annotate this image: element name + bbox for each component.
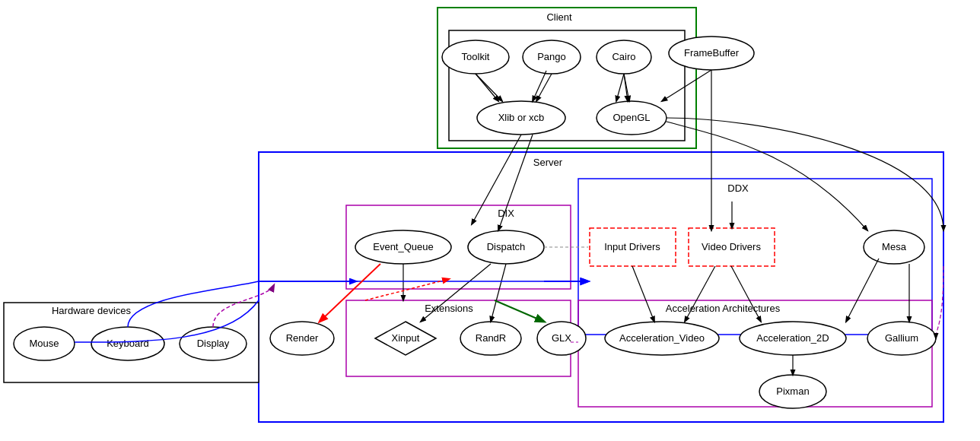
architecture-diagram: Client FrameBuffer Toolkit Pango Cairo X… [0, 0, 980, 441]
svg-line-21 [495, 300, 544, 322]
randr-label: RandR [476, 332, 506, 344]
accel-2d-label: Acceleration_2D [756, 332, 829, 344]
xlib-label: Xlib or xcb [498, 112, 545, 123]
opengl-label: OpenGL [612, 112, 650, 123]
svg-line-11 [491, 264, 506, 322]
input-drivers-label: Input Drivers [604, 241, 660, 252]
server-box [259, 152, 943, 422]
display-label: Display [197, 338, 230, 349]
svg-line-4 [476, 74, 502, 101]
glx-label: GLX [552, 332, 571, 344]
cairo-label: Cairo [612, 51, 635, 62]
hw-label: Hardware devices [52, 305, 132, 316]
video-drivers-label: Video Drivers [702, 241, 761, 252]
server-label: Server [533, 157, 563, 168]
svg-line-18 [846, 259, 879, 322]
ddx-label: DDX [727, 182, 749, 194]
pango-label: Pango [537, 51, 566, 62]
accel-video-label: Acceleration_Video [619, 332, 705, 344]
svg-line-26 [632, 266, 654, 322]
framebuffer-label: FrameBuffer [684, 47, 740, 59]
toolkit-label: Toolkit [462, 51, 490, 62]
accel-label: Acceleration Architectures [666, 303, 781, 314]
render-label: Render [286, 332, 319, 344]
client-label: Client [546, 11, 572, 23]
mouse-label: Mouse [29, 338, 59, 349]
xinput-label: Xinput [392, 332, 420, 344]
svg-line-24 [320, 264, 380, 322]
pixman-label: Pixman [776, 385, 809, 397]
event-queue-label: Event_Queue [373, 241, 434, 252]
dispatch-label: Dispatch [487, 241, 526, 252]
keyboard-label: Keyboard [107, 338, 149, 349]
gallium-label: Gallium [885, 332, 918, 344]
svg-line-2 [616, 74, 624, 101]
accel-box [578, 300, 932, 407]
svg-line-25 [662, 70, 711, 101]
svg-line-6 [624, 74, 629, 101]
mesa-label: Mesa [882, 241, 907, 252]
svg-line-20 [365, 279, 449, 300]
